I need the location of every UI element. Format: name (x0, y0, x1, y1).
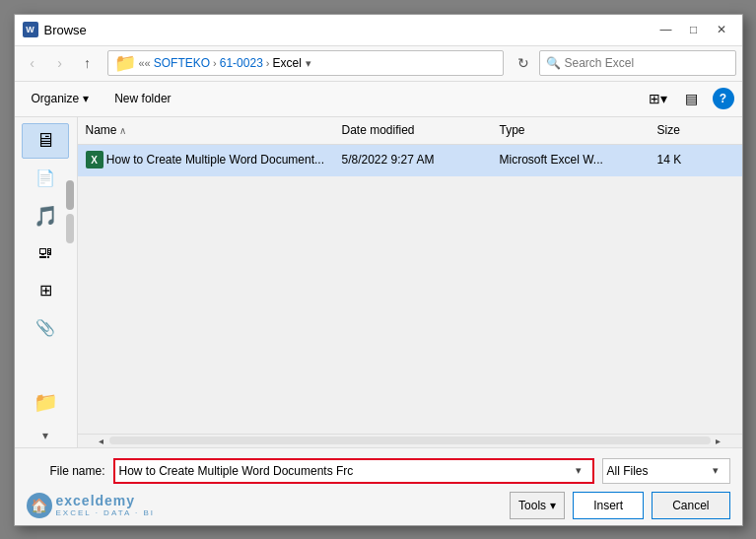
view-icon: ⊞ (649, 91, 660, 106)
close-button[interactable]: ✕ (709, 19, 734, 40)
clip-icon: 📎 (35, 318, 55, 337)
watermark-sub: EXCEL · DATA · BI (56, 508, 156, 517)
filename-label: File name: (27, 464, 105, 478)
file-area: Name ∧ Date modified Type Size (78, 117, 742, 447)
th-name[interactable]: Name ∧ (78, 117, 334, 144)
app-icon: W (23, 22, 38, 37)
window-controls: — □ ✕ (653, 19, 734, 40)
sidebar-item-pc[interactable]: 🖳 (22, 236, 69, 271)
back-button[interactable]: ‹ (21, 51, 44, 75)
search-input[interactable] (565, 56, 729, 70)
cell-date: 5/8/2022 9:27 AM (334, 153, 492, 167)
cancel-button[interactable]: Cancel (652, 492, 729, 519)
breadcrumb-sep1: «« (139, 57, 151, 69)
th-size[interactable]: Size (650, 117, 728, 144)
main-content: 🖥 📄 🎵 🖳 ⊞ 📎 (15, 117, 742, 447)
title-bar: W Browse — □ ✕ (15, 15, 742, 46)
filename-input[interactable] (119, 464, 569, 478)
tools-button[interactable]: Tools ▾ (510, 492, 565, 519)
desktop-icon: 🖥 (35, 129, 55, 152)
watermark-name: exceldemy (56, 493, 156, 508)
sidebar-item-grid[interactable]: ⊞ (22, 273, 69, 308)
new-folder-label: New folder (114, 92, 171, 105)
minimize-button[interactable]: — (653, 19, 679, 40)
excel-file-icon: X (86, 151, 103, 168)
watermark-text: exceldemy EXCEL · DATA · BI (56, 493, 156, 517)
breadcrumb-softeko[interactable]: SOFTEKO (154, 56, 210, 70)
filename-dropdown-button[interactable]: ▾ (569, 460, 588, 482)
view-down-icon: ▾ (660, 91, 667, 106)
file-table: Name ∧ Date modified Type Size (78, 117, 742, 434)
forward-button[interactable]: › (48, 51, 72, 75)
music-icon: 🎵 (34, 204, 58, 228)
documents-icon: 📄 (35, 168, 55, 187)
breadcrumb-excel: Excel (272, 56, 301, 70)
sidebar-scroll-down[interactable]: ▾ (15, 428, 77, 443)
view-options-button[interactable]: ⊞ ▾ (646, 86, 671, 111)
sidebar-bottom-item[interactable]: 📁 (22, 384, 69, 420)
filename-row: File name: ▾ All Files ▾ (27, 458, 730, 484)
cell-size: 14 K (650, 153, 728, 167)
up-button[interactable]: ↑ (76, 51, 100, 75)
grid-icon: ⊞ (39, 281, 52, 300)
sidebar-item-desktop[interactable]: 🖥 (22, 123, 69, 159)
nav-bar: ‹ › ↑ 📁 «« SOFTEKO › 61-0023 › Excel ▾ ↻… (15, 46, 742, 82)
breadcrumb-sep2: › (213, 57, 217, 69)
breadcrumb-content: 📁 «« SOFTEKO › 61-0023 › Excel ▾ (114, 52, 311, 74)
scroll-thumb2 (66, 214, 74, 243)
browse-dialog: W Browse — □ ✕ ‹ › ↑ 📁 «« SOFTEKO › 61-0… (14, 14, 743, 526)
breadcrumb-sep3: › (266, 57, 270, 69)
search-bar[interactable]: 🔍 (539, 50, 736, 76)
maximize-button[interactable]: □ (681, 19, 707, 40)
tools-label: Tools (518, 499, 546, 512)
scroll-thumb (66, 180, 74, 210)
filetype-select-wrapper[interactable]: All Files ▾ (602, 458, 730, 484)
breadcrumb-dropdown-icon[interactable]: ▾ (306, 57, 311, 70)
sidebar-item-documents[interactable]: 📄 (22, 161, 69, 196)
sort-indicator: ∧ (119, 125, 126, 136)
cell-name: X How to Create Multiple Word Document..… (78, 151, 334, 168)
th-date[interactable]: Date modified (334, 117, 492, 144)
sidebar-scrollbar (65, 176, 75, 388)
toolbar: Organize ▾ New folder ⊞ ▾ ▤ ? (15, 82, 742, 117)
filetype-label: All Files (607, 464, 706, 478)
breadcrumb[interactable]: 📁 «« SOFTEKO › 61-0023 › Excel ▾ (107, 50, 504, 76)
th-type[interactable]: Type (492, 117, 650, 144)
breadcrumb-folder-icon: 📁 (114, 52, 136, 74)
filename-input-wrapper[interactable]: ▾ (113, 458, 594, 484)
dialog-title: Browse (44, 23, 653, 37)
watermark: 🏠 exceldemy EXCEL · DATA · BI (27, 493, 511, 518)
pc-icon: 🖳 (37, 244, 53, 262)
table-row[interactable]: X How to Create Multiple Word Document..… (78, 145, 742, 176)
h-scroll-left-btn[interactable]: ◂ (94, 434, 109, 447)
filetype-dropdown-button[interactable]: ▾ (706, 460, 725, 482)
organize-button[interactable]: Organize ▾ (23, 86, 99, 111)
table-header: Name ∧ Date modified Type Size (78, 117, 742, 145)
organize-dropdown-icon: ▾ (83, 92, 89, 105)
sidebar-item-clip[interactable]: 📎 (22, 310, 69, 346)
watermark-logo-symbol: 🏠 (31, 498, 47, 513)
refresh-button[interactable]: ↻ (512, 51, 535, 75)
pane-button[interactable]: ▤ (679, 86, 705, 111)
search-icon: 🔍 (546, 56, 561, 70)
tools-dropdown-icon: ▾ (550, 499, 556, 512)
watermark-logo-icon: 🏠 (27, 493, 52, 518)
h-scroll-right-btn[interactable]: ▸ (711, 434, 726, 447)
pane-icon: ▤ (685, 91, 698, 106)
sidebar-item-music[interactable]: 🎵 (22, 198, 69, 234)
new-folder-button[interactable]: New folder (105, 86, 179, 111)
bottom-section: File name: ▾ All Files ▾ 🏠 exceldemy (15, 447, 742, 525)
watermark-container: 🏠 exceldemy EXCEL · DATA · BI (27, 493, 156, 518)
organize-label: Organize (32, 92, 80, 105)
breadcrumb-61-0023[interactable]: 61-0023 (220, 56, 263, 70)
insert-button[interactable]: Insert (573, 492, 644, 519)
h-scrollbar: ◂ ▸ (78, 434, 742, 447)
h-scroll-track (109, 437, 711, 444)
folder-bottom-icon: 📁 (34, 390, 58, 414)
cell-type: Microsoft Excel W... (492, 153, 650, 167)
action-row: 🏠 exceldemy EXCEL · DATA · BI Tools ▾ In… (27, 492, 730, 519)
help-button[interactable]: ? (713, 88, 734, 109)
sidebar: 🖥 📄 🎵 🖳 ⊞ 📎 (15, 117, 78, 447)
